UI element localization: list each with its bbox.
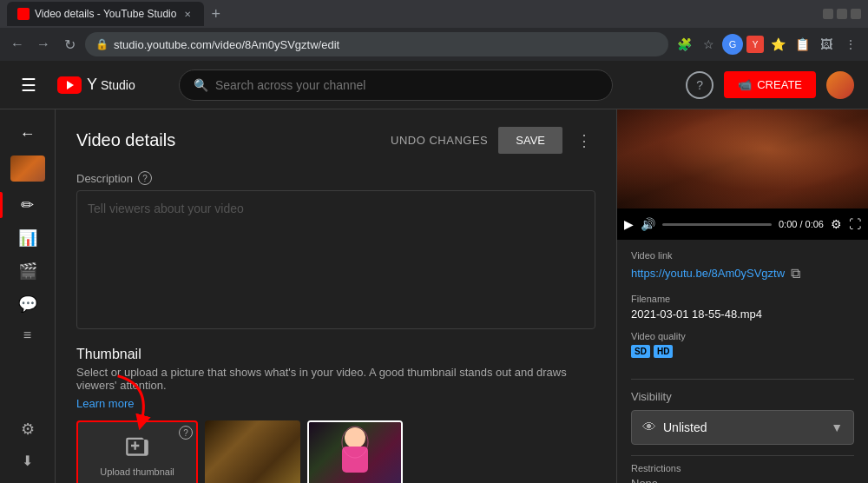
address-bar[interactable]: 🔒 studio.youtube.com/video/8Am0ySVgztw/e…: [85, 32, 668, 56]
search-box[interactable]: 🔍: [179, 69, 613, 101]
thumbnail-options-container: ? Upload thumbnail: [76, 420, 595, 483]
auto-thumbnail-1[interactable]: [205, 420, 300, 483]
description-label: Description ?: [76, 171, 595, 185]
settings-button[interactable]: ⚙: [831, 217, 842, 231]
new-tab-button[interactable]: +: [204, 5, 227, 23]
hamburger-icon[interactable]: ☰: [14, 68, 43, 103]
yt-studio-app: ☰ Y Studio 🔍 ? 📹 CREATE ←: [0, 61, 868, 483]
close-button[interactable]: [851, 9, 861, 19]
sidebar-item-videos[interactable]: 🎬: [0, 255, 55, 288]
tab-title: Video details - YouTube Studio: [35, 8, 176, 20]
minimize-button[interactable]: [823, 9, 833, 19]
dropdown-chevron-icon: ▼: [831, 420, 843, 434]
svg-point-1: [345, 427, 365, 448]
description-help-button[interactable]: ?: [138, 171, 152, 185]
active-tab[interactable]: Video details - YouTube Studio ✕: [7, 2, 204, 26]
restrictions-section: Restrictions None: [617, 456, 868, 483]
video-preview-thumbnail: [617, 109, 868, 208]
visibility-dropdown[interactable]: 👁 Unlisted ▼: [631, 410, 854, 445]
video-frame-art: [617, 109, 868, 208]
hd-badge: HD: [654, 345, 673, 358]
video-link-field: Video link https://youtu.be/8Am0ySVgztw …: [631, 250, 854, 283]
sidebar-item-settings[interactable]: ⚙: [0, 413, 55, 446]
content-header: Video details UNDO CHANGES SAVE ⋮: [76, 127, 595, 154]
quality-label: Video quality: [631, 331, 854, 341]
yt-logo-text: Y: [87, 76, 97, 94]
sidebar-item-feedback[interactable]: ⬇: [0, 446, 55, 476]
forward-button[interactable]: →: [33, 34, 54, 55]
thumbnail-title: Thumbnail: [76, 347, 595, 362]
analytics-icon: 📊: [18, 228, 37, 248]
svg-rect-2: [342, 447, 368, 473]
channel-avatar-image: [10, 155, 45, 182]
description-section: Description ?: [76, 171, 595, 333]
extension2-icon[interactable]: ⭐: [767, 34, 788, 55]
yt-header: ☰ Y Studio 🔍 ? 📹 CREATE: [0, 61, 868, 109]
user-profile-icon[interactable]: G: [722, 34, 743, 55]
fullscreen-button[interactable]: ⛶: [849, 217, 861, 231]
quality-badges: SD HD: [631, 345, 854, 358]
maximize-button[interactable]: [837, 9, 847, 19]
tab-favicon: [17, 8, 30, 20]
videos-icon: 🎬: [18, 261, 37, 281]
page-title: Video details: [76, 130, 175, 150]
tab-close-button[interactable]: ✕: [181, 8, 194, 20]
auto-thumb-bg-1: [205, 420, 300, 483]
sidebar: ← ✏ 📊 🎬 💬 ≡ ⚙: [0, 109, 56, 483]
video-controls: ▶ 🔊 0:00 / 0:06 ⚙ ⛶: [617, 208, 868, 240]
more-options-button[interactable]: ⋮: [573, 128, 595, 154]
extension4-icon[interactable]: 🖼: [816, 34, 837, 55]
toolbar-icons: 🧩 ☆ G Y ⭐ 📋 🖼 ⋮: [674, 34, 861, 55]
progress-bar[interactable]: [662, 223, 772, 226]
video-preview: ▶ 🔊 0:00 / 0:06 ⚙ ⛶: [617, 109, 868, 240]
refresh-button[interactable]: ↻: [59, 34, 80, 55]
content-area: Video details UNDO CHANGES SAVE ⋮ Descri…: [56, 109, 616, 483]
sd-badge: SD: [631, 345, 650, 358]
create-button[interactable]: 📹 CREATE: [724, 71, 816, 98]
thumbnail-options: ? Upload thumbnail: [76, 420, 595, 483]
sidebar-item-analytics[interactable]: 📊: [0, 222, 55, 255]
filename-field: Filename 2021-03-01 18-55-48.mp4: [631, 294, 854, 321]
video-link-url[interactable]: https://youtu.be/8Am0ySVgztw: [631, 267, 785, 280]
url-text: studio.youtube.com/video/8Am0ySVgztw/edi…: [114, 38, 339, 51]
visibility-selected: 👁 Unlisted: [642, 420, 707, 435]
search-icon: 🔍: [194, 78, 208, 92]
bookmark-icon[interactable]: ☆: [698, 34, 719, 55]
extensions-icon[interactable]: 🧩: [674, 34, 694, 55]
copy-link-button[interactable]: ⧉: [789, 264, 802, 283]
browser-tabs: Video details - YouTube Studio ✕ +: [0, 0, 868, 28]
menu-icon[interactable]: ⋮: [840, 34, 861, 55]
extension3-icon[interactable]: 📋: [792, 34, 812, 55]
help-button[interactable]: ?: [686, 71, 713, 99]
search-input[interactable]: [215, 78, 598, 92]
create-label: CREATE: [757, 78, 802, 91]
upload-thumbnail-help[interactable]: ?: [179, 426, 193, 440]
sidebar-back-button[interactable]: ←: [11, 116, 44, 152]
sidebar-item-edit[interactable]: ✏: [0, 189, 55, 222]
browser-chrome: Video details - YouTube Studio ✕ + ← → ↻…: [0, 0, 868, 61]
user-avatar[interactable]: [826, 71, 854, 99]
undo-changes-button[interactable]: UNDO CHANGES: [391, 134, 488, 147]
panel-info: Video link https://youtu.be/8Am0ySVgztw …: [617, 240, 868, 379]
sidebar-bottom: ⚙ ⬇: [0, 413, 55, 476]
lock-icon: 🔒: [95, 38, 108, 50]
extension1-icon[interactable]: Y: [746, 36, 764, 53]
sidebar-item-comments[interactable]: 💬: [0, 288, 55, 321]
visibility-icon: 👁: [642, 420, 656, 435]
studio-text: Studio: [101, 78, 135, 92]
quality-field: Video quality SD HD: [631, 331, 854, 358]
header-right: ? 📹 CREATE: [686, 71, 854, 99]
time-display: 0:00 / 0:06: [779, 219, 824, 229]
auto-thumbnail-2[interactable]: [307, 420, 403, 483]
save-button[interactable]: SAVE: [498, 127, 562, 154]
sidebar-item-subtitles[interactable]: ≡: [0, 321, 55, 350]
visibility-value: Unlisted: [663, 420, 707, 434]
channel-avatar[interactable]: [10, 155, 45, 182]
active-indicator: [0, 192, 3, 218]
browser-toolbar: ← → ↻ 🔒 studio.youtube.com/video/8Am0ySV…: [0, 28, 868, 61]
description-textarea[interactable]: [76, 190, 595, 329]
volume-button[interactable]: 🔊: [641, 217, 655, 231]
play-button[interactable]: ▶: [624, 217, 634, 231]
back-button[interactable]: ←: [7, 34, 28, 55]
play-triangle: [67, 81, 74, 89]
